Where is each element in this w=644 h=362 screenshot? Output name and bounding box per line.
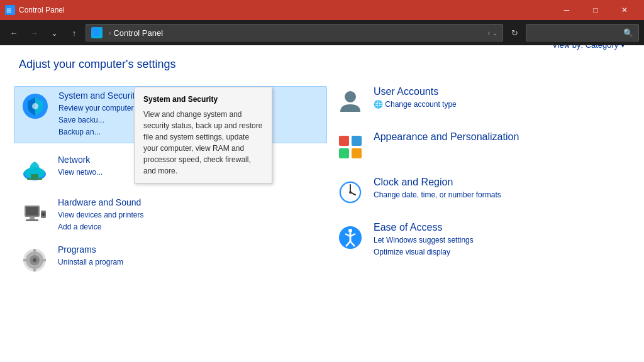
svg-rect-13 — [26, 219, 38, 221]
up-button[interactable]: ↑ — [65, 24, 83, 41]
programs-content: Programs Uninstall a program — [58, 244, 322, 268]
hardware-content: Hardware and Sound View devices and prin… — [58, 197, 322, 233]
category-appearance: Appearance and Personalization — [335, 131, 625, 163]
svg-rect-26 — [339, 136, 349, 146]
hardware-link-2[interactable]: Add a device — [58, 221, 322, 233]
svg-rect-21 — [33, 249, 36, 254]
user-accounts-icon — [335, 86, 366, 118]
svg-rect-12 — [30, 217, 35, 219]
search-icon[interactable]: 🔍 — [623, 28, 633, 38]
titlebar-title: Control Panel — [19, 6, 552, 14]
system-security-tooltip: System and Security View and change syst… — [134, 87, 272, 184]
ease-access-link-2[interactable]: Optimize visual display — [374, 246, 625, 258]
user-accounts-title[interactable]: User Accounts — [374, 86, 625, 97]
svg-rect-11 — [26, 207, 38, 216]
svg-point-36 — [348, 229, 352, 233]
address-text: Control Panel — [113, 28, 485, 38]
address-bar[interactable]: › Control Panel › ⌄ — [86, 24, 503, 41]
ease-access-content: Ease of Access Let Windows suggest setti… — [374, 222, 625, 258]
address-chevron2: › — [488, 30, 490, 36]
svg-point-34 — [349, 191, 352, 194]
right-column: User Accounts 🌐 Change account type Appe… — [322, 86, 625, 287]
svg-point-16 — [43, 213, 45, 215]
back-button[interactable]: ← — [5, 24, 23, 41]
ease-access-title[interactable]: Ease of Access — [374, 222, 625, 233]
clock-region-content: Clock and Region Change date, time, or n… — [374, 177, 625, 201]
system-security-icon — [19, 90, 51, 122]
tooltip-body: View and change system and security stat… — [143, 109, 263, 177]
svg-point-5 — [32, 103, 38, 109]
view-by-label: View by: — [552, 45, 583, 50]
address-icon — [91, 27, 103, 38]
address-dropdown-chevron[interactable]: ⌄ — [492, 30, 497, 36]
programs-title[interactable]: Programs — [58, 244, 322, 255]
left-column: System and Security Review your computer… — [19, 86, 322, 287]
titlebar: ⊞ Control Panel ─ □ ✕ — [0, 0, 644, 20]
minimize-button[interactable]: ─ — [552, 0, 581, 20]
forward-button[interactable]: → — [25, 24, 43, 41]
svg-rect-29 — [352, 148, 362, 158]
view-by: View by: Category ▾ — [552, 45, 625, 50]
categories-container: System and Security Review your computer… — [19, 86, 625, 287]
titlebar-controls: ─ □ ✕ — [552, 0, 639, 20]
clock-region-title[interactable]: Clock and Region — [374, 177, 625, 188]
category-user-accounts: User Accounts 🌐 Change account type — [335, 86, 625, 118]
hardware-link-1[interactable]: View devices and printers — [58, 209, 322, 221]
user-accounts-link-1[interactable]: 🌐 Change account type — [374, 99, 625, 111]
programs-icon — [19, 244, 50, 276]
search-input[interactable] — [531, 28, 623, 38]
appearance-icon — [335, 131, 366, 163]
main-content: View by: Category ▾ Adjust your computer… — [0, 45, 644, 362]
user-accounts-content: User Accounts 🌐 Change account type — [374, 86, 625, 111]
svg-rect-8 — [31, 174, 38, 178]
svg-rect-27 — [352, 136, 362, 146]
close-button[interactable]: ✕ — [610, 0, 639, 20]
hardware-title[interactable]: Hardware and Sound — [58, 197, 322, 207]
svg-rect-22 — [33, 266, 36, 272]
clock-region-link-1[interactable]: Change date, time, or number formats — [374, 189, 625, 201]
category-programs: Programs Uninstall a program — [19, 244, 322, 276]
category-ease-access: Ease of Access Let Windows suggest setti… — [335, 222, 625, 258]
addressbar: ← → ⌄ ↑ › Control Panel › ⌄ ↻ 🔍 — [0, 20, 644, 45]
category-system-security: System and Security Review your computer… — [14, 86, 327, 143]
address-chevron: › — [109, 30, 111, 36]
titlebar-icon: ⊞ — [5, 5, 15, 15]
svg-point-25 — [345, 91, 356, 102]
svg-rect-3 — [94, 33, 99, 36]
svg-point-20 — [33, 258, 36, 262]
view-by-value[interactable]: Category ▾ — [586, 45, 625, 50]
appearance-content: Appearance and Personalization — [374, 131, 625, 144]
svg-point-2 — [94, 29, 99, 34]
refresh-button[interactable]: ↻ — [506, 24, 523, 41]
svg-rect-9 — [27, 178, 42, 180]
ease-access-icon — [335, 222, 366, 253]
appearance-title[interactable]: Appearance and Personalization — [374, 131, 625, 143]
page-title: Adjust your computer's settings — [19, 58, 625, 71]
programs-link-1[interactable]: Uninstall a program — [58, 256, 322, 268]
search-box[interactable]: 🔍 — [526, 24, 639, 41]
svg-rect-28 — [339, 148, 349, 158]
svg-rect-23 — [23, 259, 28, 261]
svg-text:⊞: ⊞ — [6, 7, 11, 14]
hardware-icon — [19, 197, 50, 229]
network-icon — [19, 155, 50, 186]
maximize-button[interactable]: □ — [581, 0, 610, 20]
svg-rect-24 — [41, 259, 46, 261]
ease-access-link-1[interactable]: Let Windows suggest settings — [374, 234, 625, 246]
category-hardware: Hardware and Sound View devices and prin… — [19, 197, 322, 233]
tooltip-title: System and Security — [143, 94, 263, 105]
dropdown-button[interactable]: ⌄ — [45, 24, 63, 41]
clock-region-icon — [335, 177, 366, 208]
category-clock-region: Clock and Region Change date, time, or n… — [335, 177, 625, 208]
